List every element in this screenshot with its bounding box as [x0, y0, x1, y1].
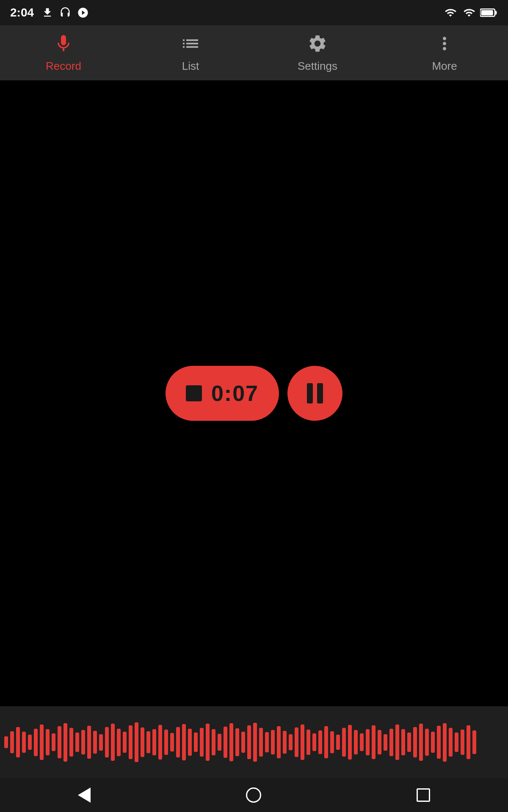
download-icon	[41, 6, 54, 19]
list-icon	[180, 33, 201, 56]
waveform-bar	[218, 734, 221, 751]
waveform-bar	[241, 732, 245, 753]
waveform-bar	[206, 724, 210, 760]
waveform-bar	[360, 733, 364, 751]
nav-bar: Record List Settings More	[0, 25, 508, 80]
waveform-bar	[407, 732, 411, 752]
stop-icon	[186, 385, 202, 401]
waveform-bar	[64, 723, 67, 762]
waveform-bar	[176, 727, 180, 758]
waveform-bar	[81, 730, 85, 755]
waveform-bar	[336, 735, 340, 750]
tab-more[interactable]: More	[381, 25, 508, 80]
waveform-bar	[431, 732, 435, 752]
pause-icon	[307, 383, 323, 403]
waveform-bar	[46, 729, 50, 755]
waveform-bar	[271, 730, 275, 754]
waveform-bar	[69, 728, 73, 757]
waveform-bar	[449, 728, 453, 757]
waveform-bar	[99, 734, 103, 751]
waveform-bar	[235, 728, 239, 756]
waveform-bar	[129, 725, 133, 760]
status-bar: 2:04	[0, 0, 508, 25]
timer-display: 0:07	[211, 381, 259, 406]
waveform-bar	[295, 727, 298, 757]
waveform-bar	[93, 731, 97, 754]
tab-settings[interactable]: Settings	[254, 25, 381, 80]
waveform-bar	[111, 724, 115, 761]
waveform-bar	[301, 724, 304, 760]
waveform-bar	[253, 723, 257, 762]
waveform-bar	[229, 723, 233, 761]
waveform-bar	[4, 736, 8, 749]
tab-record-label: Record	[46, 60, 81, 73]
waveform-bar	[330, 731, 334, 753]
tab-list-label: List	[182, 60, 199, 73]
waveform-bar	[384, 734, 387, 751]
waveform-bar	[117, 729, 121, 756]
waveform-bar	[200, 728, 204, 757]
waveform-bar	[87, 726, 91, 759]
headset-icon	[58, 6, 72, 19]
waveform-bar	[312, 733, 316, 752]
waveform-bar	[372, 725, 375, 760]
back-icon	[78, 787, 91, 803]
waveform-bar	[164, 730, 168, 755]
waveform-bar	[152, 729, 156, 755]
waveform-bar	[472, 730, 476, 754]
waveform-bar	[354, 730, 358, 755]
waveform-bar	[141, 727, 144, 757]
waveform-bar	[170, 733, 174, 752]
waveform-bar	[324, 726, 328, 758]
target-icon	[76, 6, 90, 19]
waveform-bar	[437, 726, 441, 759]
waveform-bar	[123, 732, 127, 752]
stop-button[interactable]: 0:07	[166, 366, 279, 421]
gear-icon	[307, 33, 328, 56]
tab-more-label: More	[432, 60, 457, 73]
waveform	[4, 706, 504, 778]
back-button[interactable]	[78, 787, 91, 803]
waveform-bar	[401, 729, 405, 755]
tab-list[interactable]: List	[127, 25, 254, 80]
waveform-bar	[306, 730, 310, 755]
waveform-bar	[28, 735, 32, 750]
waveform-bar	[289, 734, 293, 750]
pause-button[interactable]	[287, 366, 342, 421]
recents-button[interactable]	[417, 788, 430, 802]
waveform-container	[0, 706, 508, 778]
waveform-bar	[194, 732, 198, 752]
dots-vertical-icon	[434, 33, 455, 56]
waveform-bar	[10, 731, 14, 753]
waveform-bar	[318, 730, 322, 754]
tab-record[interactable]: Record	[0, 25, 127, 80]
waveform-bar	[467, 725, 470, 759]
waveform-bar	[395, 724, 399, 760]
waveform-bar	[277, 726, 281, 759]
waveform-bar	[348, 725, 352, 760]
waveform-bar	[224, 727, 227, 758]
waveform-bar	[40, 724, 44, 760]
waveform-bar	[75, 732, 79, 752]
main-content: 0:07	[0, 80, 508, 706]
waveform-bar	[455, 732, 458, 752]
waveform-bar	[366, 729, 370, 755]
waveform-bar	[16, 727, 20, 757]
waveform-bar	[259, 728, 263, 757]
waveform-bar	[182, 724, 186, 760]
waveform-bar	[247, 725, 251, 759]
waveform-bar	[34, 729, 38, 756]
waveform-bar	[52, 733, 55, 751]
recents-icon	[417, 788, 430, 802]
time-display: 2:04	[10, 6, 34, 19]
waveform-bar	[378, 730, 381, 754]
waveform-bar	[135, 722, 138, 762]
home-button[interactable]	[246, 787, 261, 803]
system-nav	[0, 778, 508, 812]
waveform-bar	[105, 727, 109, 757]
waveform-bar	[158, 725, 162, 760]
waveform-bar	[188, 729, 192, 756]
waveform-bar	[461, 730, 464, 755]
waveform-bar	[419, 724, 423, 760]
recording-controls: 0:07	[166, 366, 342, 421]
